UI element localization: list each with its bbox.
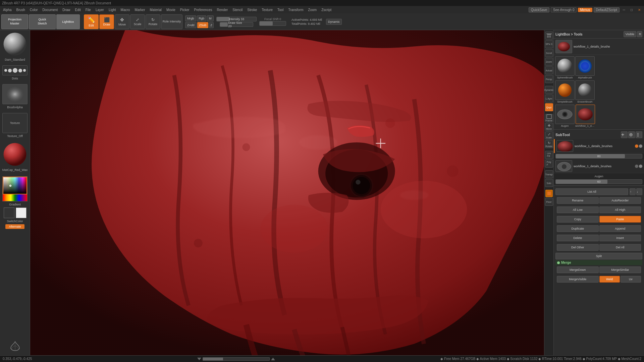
copy-btn[interactable]: Copy — [557, 216, 599, 223]
append-btn[interactable]: Append — [599, 225, 641, 232]
rotate-vt-btn[interactable]: ↻ Rotate — [545, 140, 553, 148]
swatch-dark[interactable] — [4, 207, 14, 218]
menu-render[interactable]: Render — [215, 8, 230, 12]
alternate-btn[interactable]: Alternate — [5, 224, 24, 229]
color-picker[interactable] — [2, 176, 28, 201]
solo-btn[interactable]: Solo — [545, 179, 553, 187]
autoreorder-btn[interactable]: AutoReorder — [599, 197, 641, 204]
workflow-details-brush-thumb[interactable]: workflow_1_detai — [575, 105, 595, 127]
eraser-brush-thumb[interactable]: EraserBrush — [575, 80, 595, 103]
del-all-btn[interactable]: Del All — [599, 244, 641, 251]
close-btn[interactable]: ✕ — [636, 8, 643, 12]
menu-macro[interactable]: Macro — [119, 8, 132, 12]
zsub-btn[interactable]: ZSub — [197, 22, 209, 28]
minimize-btn[interactable]: ─ — [621, 8, 627, 12]
draw-tool-btn[interactable]: ⬛ Draw — [99, 14, 114, 29]
weld-btn[interactable]: Weld — [599, 276, 620, 283]
dynamic-btn[interactable]: Dynamic — [326, 19, 342, 25]
default-script-btn[interactable]: DefaultZScript — [594, 7, 620, 12]
subtool-opacity-slider-1[interactable]: 80 — [555, 154, 642, 159]
move-down-btn[interactable]: ↓ — [636, 188, 642, 195]
menus-btn[interactable]: Menus — [578, 8, 592, 12]
mrgb-btn[interactable]: Mrgb — [185, 15, 196, 21]
m-btn[interactable]: M — [207, 15, 214, 21]
menu-movie[interactable]: Movie — [165, 8, 177, 12]
canvas-area[interactable] — [30, 30, 553, 355]
menu-tool[interactable]: Tool — [276, 8, 285, 12]
merge-visible-btn[interactable]: MergeVisible — [557, 276, 599, 283]
del-other-btn[interactable]: Del Other — [557, 244, 599, 251]
lightbox-btn[interactable]: LightBox — [56, 14, 80, 29]
undo-triangle-right[interactable] — [271, 358, 275, 360]
swatch-light[interactable] — [16, 207, 26, 218]
move-vt-btn[interactable]: ✥ Move — [545, 123, 553, 131]
menu-file[interactable]: File — [84, 8, 93, 12]
brush-alpha-preview[interactable] — [2, 84, 28, 104]
menu-material[interactable]: Material — [148, 8, 164, 12]
frame-btn[interactable]: Frame — [545, 114, 553, 122]
menu-brush[interactable]: Brush — [15, 8, 27, 12]
duplicate-btn[interactable]: Duplicate — [557, 225, 599, 232]
menu-light[interactable]: Light — [107, 8, 118, 12]
menu-marker[interactable]: Marker — [133, 8, 147, 12]
projection-master-btn[interactable]: Projection Master — [1, 14, 28, 29]
menu-stencil[interactable]: Stencil — [231, 8, 244, 12]
persp-btn[interactable]: Persp — [545, 75, 553, 83]
see-through-btn[interactable]: See-through 0 — [551, 7, 577, 12]
menu-document[interactable]: Document — [41, 8, 60, 12]
viewport[interactable] — [30, 30, 553, 355]
edit-tool-btn[interactable]: ✏️ Edit — [84, 14, 99, 29]
menu-layer[interactable]: Layer — [94, 8, 106, 12]
drawsize-slider[interactable]: Draw Size 23 — [220, 22, 253, 27]
zadd-btn[interactable]: ZAdd — [185, 22, 197, 28]
laym-btn[interactable]: L Aym — [545, 95, 553, 103]
menu-transform[interactable]: Transform — [286, 8, 305, 12]
uv-btn[interactable]: Uv — [621, 276, 641, 283]
rename-btn[interactable]: Rename — [557, 197, 599, 204]
poly-btn[interactable]: PolyF — [545, 160, 553, 168]
merge-similar-btn[interactable]: MergeSimilar — [599, 266, 641, 273]
intensity-slider[interactable]: Intensity 33 — [216, 17, 257, 21]
qxyz-btn[interactable]: Qxyz — [545, 103, 553, 111]
subtool-item-2[interactable]: workflow_1_details_brushes — [554, 159, 644, 173]
actual-btn[interactable]: Actual — [545, 66, 553, 74]
merge-down-btn[interactable]: MergeDown — [557, 266, 599, 273]
role-intensity-btn[interactable]: Role Intensity — [161, 14, 182, 29]
delete-btn[interactable]: Delete — [557, 235, 599, 241]
move-up-btn[interactable]: ↑ — [630, 188, 636, 195]
subtool-options-btn[interactable] — [636, 131, 642, 138]
scale-vt-btn[interactable]: ⤢ Scale — [545, 131, 553, 139]
rgb-btn[interactable]: Rgb — [197, 15, 207, 21]
focal-shift-slider[interactable] — [259, 21, 286, 26]
simple-brush-thumb[interactable]: SimpleBrush — [555, 80, 575, 103]
menu-zoom[interactable]: Zoom — [307, 8, 319, 12]
r-btn[interactable]: R — [637, 31, 642, 37]
material-preview[interactable] — [2, 32, 28, 57]
split-btn[interactable]: Split — [555, 253, 642, 259]
timeline-track[interactable] — [203, 357, 270, 361]
menu-zscript[interactable]: Zscript — [320, 8, 333, 12]
all-high-btn[interactable]: All High — [599, 206, 641, 213]
menu-picker[interactable]: Picker — [178, 8, 191, 12]
move-tool-btn[interactable]: ✥ Move — [115, 14, 129, 29]
all-low-btn[interactable]: All Low — [557, 206, 599, 213]
visible-toggle-btn[interactable] — [628, 131, 635, 138]
floor-label-btn[interactable]: Floor — [545, 198, 553, 206]
texture-off-preview[interactable]: Texture — [2, 113, 28, 133]
menu-preferences[interactable]: Preferences — [193, 8, 214, 12]
rotate-tool-btn[interactable]: ↻ Rotate — [146, 14, 160, 29]
subtool-item-1[interactable]: workflow_1_details_brushes — [554, 139, 644, 153]
menu-draw[interactable]: Draw — [61, 8, 72, 12]
menu-color[interactable]: Color — [28, 8, 40, 12]
paste-btn[interactable]: Paste — [599, 216, 641, 223]
quick-sketch-btn[interactable]: Quick Sketch — [29, 14, 56, 29]
insert-btn[interactable]: Insert — [599, 235, 641, 241]
quicksave-btn[interactable]: QuickSave — [529, 7, 549, 12]
menu-edit[interactable]: Edit — [73, 8, 83, 12]
transp-btn[interactable]: Transp — [545, 170, 553, 178]
alpha-brush-thumb[interactable]: AlphaBrush — [575, 56, 595, 79]
menu-alpha[interactable]: Alpha — [1, 8, 13, 12]
list-all-btn[interactable]: List All — [555, 188, 628, 195]
scale-tool-btn[interactable]: ⤢ Scale — [130, 14, 145, 29]
workflow-thumb[interactable] — [555, 40, 572, 53]
